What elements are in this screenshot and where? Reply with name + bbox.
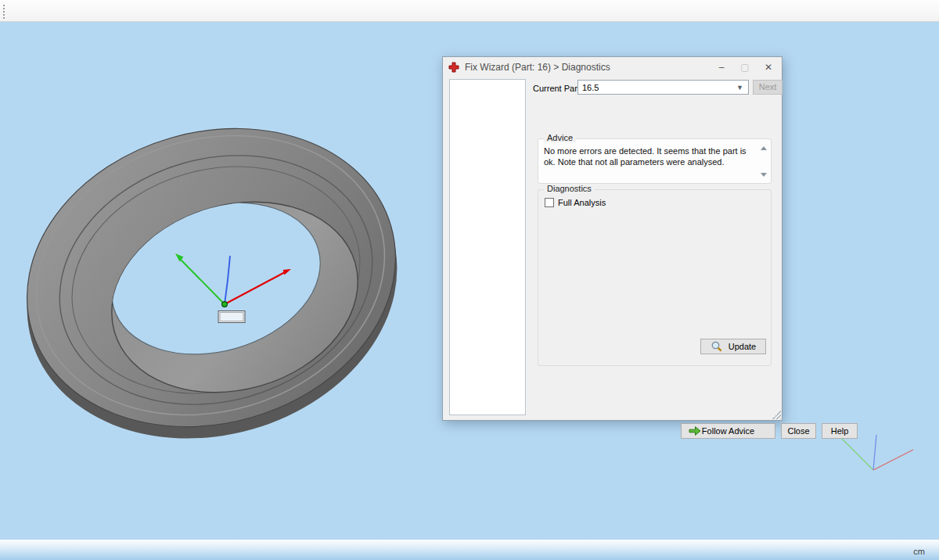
measurement-ruler: cm (0, 540, 939, 560)
full-analysis-checkbox[interactable] (545, 198, 554, 207)
maximize-button: ▢ (733, 58, 757, 77)
chevron-down-icon: ▼ (736, 84, 743, 92)
green-arrow-icon (688, 425, 702, 437)
toolbar-drag-handle[interactable] (2, 3, 5, 19)
scroll-up-arrow[interactable] (759, 144, 768, 152)
wcs-origin-point (222, 302, 228, 307)
current-part-label: Current Part: (533, 84, 582, 93)
dialog-title: Fix Wizard (Part: 16) > Diagnostics (465, 62, 610, 73)
diagnostics-group-title: Diagnostics (544, 184, 595, 193)
close-button[interactable]: Close (781, 423, 816, 439)
advice-text: No more errors are detected. It seems th… (544, 145, 749, 167)
part-mesh-ring[interactable] (0, 86, 433, 481)
update-button[interactable]: Update (700, 339, 766, 354)
next-button[interactable]: Next (753, 80, 782, 95)
follow-advice-label: Follow Advice (702, 426, 754, 436)
advice-group-title: Advice (544, 133, 576, 142)
fix-wizard-icon (448, 62, 459, 73)
mini-axes-indicator (840, 435, 913, 470)
ruler-unit-label: cm (913, 547, 925, 556)
full-analysis-label: Full Analysis (558, 198, 606, 207)
diagnostics-groupbox: Diagnostics Full Analysis Update (538, 189, 772, 366)
advice-groupbox: Advice No more errors are detected. It s… (538, 138, 772, 184)
fix-wizard-dialog: Fix Wizard (Part: 16) > Diagnostics – ▢ … (442, 56, 782, 421)
follow-advice-button[interactable]: Follow Advice (681, 423, 775, 439)
wcs-label-box (218, 311, 245, 323)
magnifier-icon (711, 340, 723, 353)
current-part-value: 16.5 (582, 83, 599, 92)
update-label: Update (729, 342, 756, 351)
dialog-titlebar[interactable]: Fix Wizard (Part: 16) > Diagnostics – ▢ … (443, 57, 782, 77)
close-window-button[interactable]: ✕ (757, 58, 780, 77)
application-window: cm Fix Wizard (Part: 16) > Diagnostics –… (0, 0, 939, 560)
minimize-button[interactable]: – (710, 58, 733, 77)
help-button[interactable]: Help (822, 423, 858, 439)
current-part-dropdown[interactable]: 16.5 ▼ (577, 80, 749, 95)
main-toolbar (0, 0, 939, 22)
wizard-nav-panel (449, 79, 526, 415)
scroll-down-arrow[interactable] (759, 171, 768, 178)
dialog-resize-grip[interactable] (772, 411, 781, 419)
